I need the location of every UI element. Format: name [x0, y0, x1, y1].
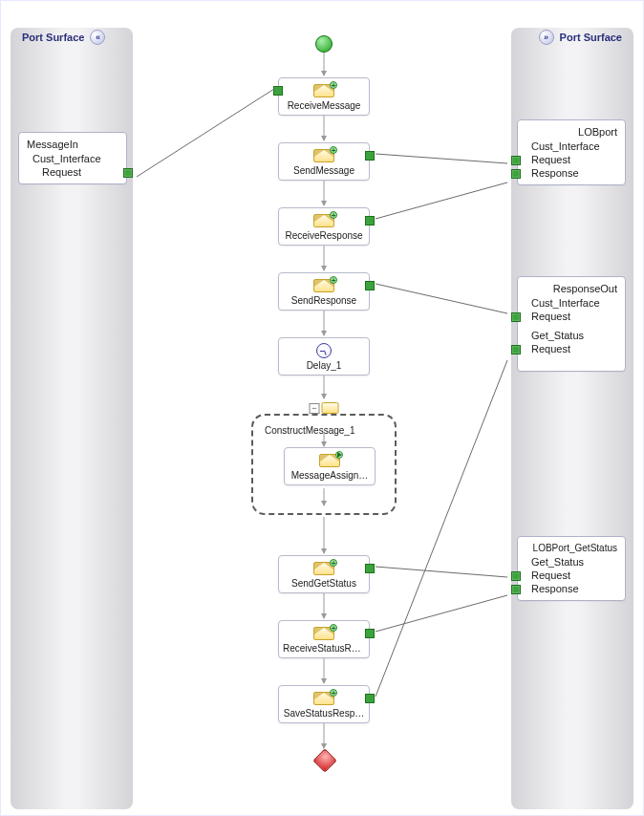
shape-connector-handle[interactable] [273, 86, 283, 96]
port-message: Request [526, 311, 617, 322]
message-assign-icon [319, 453, 340, 468]
shape-label: ReceiveResponse [283, 230, 365, 241]
port-connector-handle[interactable] [511, 169, 521, 179]
svg-line-17 [376, 595, 507, 632]
collapse-right-button[interactable]: » [539, 30, 554, 45]
receive-icon: + [313, 83, 334, 98]
shape-connector-handle[interactable] [365, 281, 375, 290]
shape-connector-handle[interactable] [365, 564, 375, 573]
svg-line-15 [376, 284, 507, 313]
scope-header-icons: − [310, 402, 339, 414]
port-lobport[interactable]: LOBport Cust_Interface Request Response [517, 119, 626, 185]
shape-receivemessage[interactable]: + ReceiveMessage [278, 77, 370, 116]
shape-connector-handle[interactable] [365, 694, 375, 703]
port-message-label: Response [531, 583, 579, 594]
receive-icon: + [313, 213, 334, 228]
port-connector-handle[interactable] [511, 585, 521, 594]
scope-constructmessage[interactable]: − ConstructMessage_1 MessageAssign… [251, 414, 397, 515]
shape-sendresponse[interactable]: + SendResponse [278, 272, 370, 311]
shape-messageassignment[interactable]: MessageAssign… [284, 447, 376, 485]
shape-label: ReceiveStatusRe… [283, 643, 365, 654]
clock-icon [313, 343, 334, 358]
port-message: Request [526, 154, 617, 165]
port-message-label: Request [42, 166, 81, 178]
port-surface-left-header: Port Surface « [22, 30, 105, 45]
svg-line-16 [376, 567, 507, 577]
port-message-label: Response [531, 167, 579, 179]
port-title: MessageIn [27, 139, 118, 150]
port-operation: Cust_Interface [526, 297, 617, 309]
shape-sendmessage[interactable]: + SendMessage [278, 142, 370, 181]
port-message-label: Request [531, 569, 570, 581]
port-title: ResponseOut [526, 283, 617, 294]
svg-line-18 [376, 360, 507, 697]
receive-icon: + [313, 626, 334, 641]
scope-title: ConstructMessage_1 [261, 423, 387, 441]
port-message: Response [526, 167, 617, 179]
shape-label: SendResponse [283, 295, 365, 306]
port-message: Response [526, 583, 617, 594]
port-message-label: Request [531, 311, 570, 322]
port-operation: Get_Status [526, 330, 617, 341]
end-shape[interactable] [312, 748, 336, 772]
shape-connector-handle[interactable] [365, 216, 375, 225]
port-lobport-getstatus[interactable]: LOBPort_GetStatus Get_Status Request Res… [517, 536, 626, 601]
shape-sendgetstatus[interactable]: + SendGetStatus [278, 555, 370, 593]
orchestration-canvas[interactable]: Port Surface « » Port Surface MessageIn … [0, 0, 644, 816]
shape-label: Delay_1 [283, 360, 365, 371]
construct-icon [322, 402, 339, 414]
port-messagein[interactable]: MessageIn Cust_Interface Request [18, 132, 127, 184]
shape-label: SaveStatusResp… [283, 708, 365, 719]
shape-connector-handle[interactable] [365, 629, 375, 638]
start-shape[interactable] [315, 35, 333, 53]
shape-label: SendMessage [283, 165, 365, 176]
port-responseout[interactable]: ResponseOut Cust_Interface Request Get_S… [517, 276, 626, 372]
shape-label: MessageAssign… [289, 470, 371, 481]
port-message-label: Request [531, 343, 570, 354]
port-operation: Cust_Interface [27, 153, 118, 164]
port-message: Request [526, 569, 617, 581]
send-icon: + [313, 561, 334, 576]
port-surface-right-header: » Port Surface [539, 30, 622, 45]
port-message: Request [526, 343, 617, 354]
send-icon: + [313, 691, 334, 706]
svg-line-13 [376, 154, 507, 163]
port-surface-left-label: Port Surface [22, 32, 84, 43]
shape-receivestatusresponse[interactable]: + ReceiveStatusRe… [278, 620, 370, 658]
port-connector-handle[interactable] [123, 168, 133, 178]
port-title: LOBPort_GetStatus [526, 543, 617, 553]
port-connector-handle[interactable] [511, 571, 521, 581]
port-connector-handle[interactable] [511, 345, 521, 354]
collapse-scope-button[interactable]: − [310, 403, 320, 414]
shape-delay[interactable]: Delay_1 [278, 337, 370, 376]
port-connector-handle[interactable] [511, 156, 521, 165]
send-icon: + [313, 148, 334, 163]
svg-line-14 [376, 183, 507, 219]
shape-connector-handle[interactable] [365, 151, 375, 161]
port-operation: Cust_Interface [526, 140, 617, 152]
collapse-left-button[interactable]: « [90, 30, 105, 45]
send-icon: + [313, 278, 334, 293]
port-message: Request [27, 166, 118, 178]
port-operation: Get_Status [526, 556, 617, 568]
port-message-label: Request [531, 154, 570, 165]
shape-label: ReceiveMessage [283, 100, 365, 111]
port-title: LOBport [526, 126, 617, 138]
shape-label: SendGetStatus [283, 578, 365, 589]
port-surface-right-label: Port Surface [560, 32, 622, 43]
port-connector-handle[interactable] [511, 312, 521, 322]
shape-receiveresponse[interactable]: + ReceiveResponse [278, 207, 370, 246]
svg-line-12 [137, 89, 274, 177]
shape-savestatusresponse[interactable]: + SaveStatusResp… [278, 685, 370, 723]
